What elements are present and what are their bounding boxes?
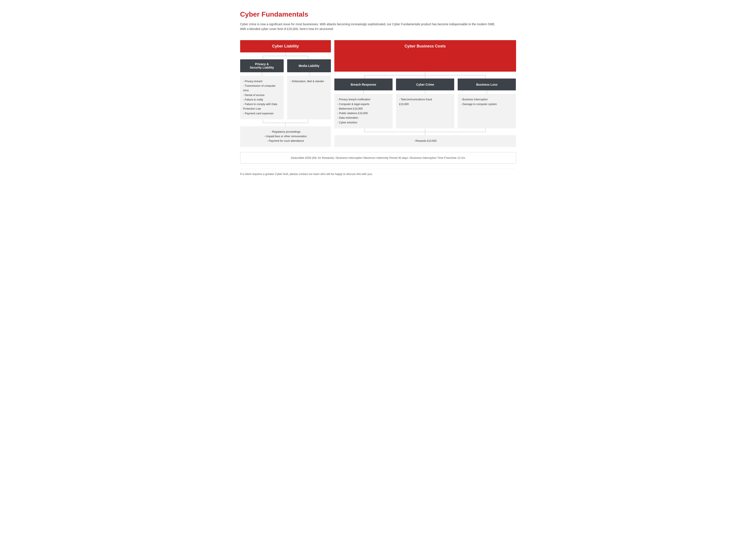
list-item: - Business Interruption (461, 97, 513, 102)
business-down-r3 (485, 75, 486, 78)
main-diagram: Cyber Liability Privacy & Security Liabi… (240, 40, 516, 147)
crime-content-box: - Telecommunications fraud £10,000 (396, 94, 454, 128)
b-down-center-r (425, 132, 425, 135)
intro-line-1: Cyber crime is now a significant issue f… (240, 22, 516, 27)
media-content-col: - Defamation, libel & slander (287, 76, 331, 119)
page-title: Cyber Fundamentals (240, 10, 516, 18)
list-item: - Defamation, libel & slander (290, 79, 328, 84)
media-liability-header: Media Liability (287, 59, 331, 72)
business-down-r2 (425, 75, 425, 78)
business-down-r1 (364, 75, 365, 78)
list-item: - Betterment £10,000 (338, 106, 390, 111)
intro-text: Cyber crime is now a significant issue f… (240, 22, 516, 32)
bottom-box-right: - Rewards £10,000 (334, 135, 516, 147)
deductible-text: Deductible £500 (NIL for Rewards) / Busi… (291, 156, 465, 159)
breach-response-header: Breach Response (334, 78, 392, 90)
cyber-business-header: Cyber Business Costs (334, 40, 516, 71)
privacy-content-col: - Privacy breach- Transmission of comput… (240, 76, 284, 119)
list-item: - Damage to computer system (461, 102, 513, 106)
business-v-line (487, 90, 487, 94)
business-content-box: - Business Interruption- Damage to compu… (458, 94, 516, 128)
bottom-list-item: - Rewards £10,000 (338, 139, 513, 143)
crime-v-line (425, 90, 425, 94)
sub-connectors-right (334, 90, 516, 94)
list-item: - Public relations £10,000 (338, 111, 390, 116)
list-item: - Payment card expenses (243, 111, 281, 116)
liability-sub-headers: Privacy & Security Liability Media Liabi… (240, 59, 331, 72)
branch-down-l (263, 56, 263, 59)
bottom-connector-left (240, 119, 331, 126)
list-item: - Failure to comply with Data Protection… (243, 102, 281, 111)
breach-content-col: - Privacy breach notification- Computer … (334, 94, 392, 128)
b-line-r2 (425, 128, 425, 132)
business-connector (334, 71, 516, 78)
business-loss-column: Business Loss (458, 78, 516, 90)
business-content-col: - Business Interruption- Damage to compu… (458, 94, 516, 128)
bottom-connector-right (334, 128, 516, 135)
privacy-content-box: - Privacy breach- Transmission of comput… (240, 76, 284, 119)
list-item: - Denial of access (243, 93, 281, 98)
b-line-r1 (364, 128, 365, 132)
crime-v-conn (396, 90, 454, 94)
footer-note: If a client requires a greater Cyber lim… (240, 169, 516, 176)
sub-connectors-left (240, 72, 331, 76)
list-item: - Failure to notify (243, 98, 281, 102)
cyber-business-column: Cyber Business Costs Breach Response (334, 40, 516, 147)
breach-content-box: - Privacy breach notification- Computer … (334, 94, 392, 128)
bottom-list-item: - Unpaid fees or other remuneration (243, 134, 328, 139)
media-content-box: - Defamation, libel & slander (287, 76, 331, 119)
business-branch-line (425, 71, 425, 75)
cyber-liability-column: Cyber Liability Privacy & Security Liabi… (240, 40, 331, 147)
bottom-list-item: - Regulatory proceedings (243, 130, 328, 134)
liability-content: - Privacy breach- Transmission of comput… (240, 76, 331, 119)
business-v-conn (458, 90, 516, 94)
privacy-security-header: Privacy & Security Liability (240, 59, 284, 72)
media-column: Media Liability (287, 59, 331, 72)
business-loss-header: Business Loss (458, 78, 516, 90)
privacy-v-line (262, 72, 262, 76)
business-content: - Privacy breach notification- Computer … (334, 94, 516, 128)
media-v-conn (287, 72, 331, 76)
b-line-ul (263, 119, 263, 123)
b-line-r3 (485, 128, 486, 132)
list-item: - Privacy breach notification (338, 97, 390, 102)
cyber-crime-header: Cyber Crime (396, 78, 454, 90)
cyber-liability-header: Cyber Liability (240, 40, 331, 52)
list-item: £10,000 (399, 102, 451, 106)
footer-text: If a client requires a greater Cyber lim… (240, 172, 373, 176)
list-item: - Cyber extortion (338, 120, 390, 125)
intro-line-2: With a blended cyber cover limit of £25,… (240, 27, 516, 31)
list-item: - Computer & legal experts (338, 102, 390, 106)
bottom-box-left: - Regulatory proceedings- Unpaid fees or… (240, 126, 331, 147)
bottom-list-item: - Payment for court attendance (243, 139, 328, 143)
deductible-box: Deductible £500 (NIL for Rewards) / Busi… (240, 152, 516, 163)
crime-content-col: - Telecommunications fraud £10,000 (396, 94, 454, 128)
privacy-column: Privacy & Security Liability (240, 59, 284, 72)
top-row: Cyber Liability Privacy & Security Liabi… (240, 40, 516, 147)
list-item: - Privacy breach (243, 79, 281, 84)
privacy-v-conn (240, 72, 284, 76)
list-item: - Telecommunications fraud (399, 97, 451, 102)
list-item: - Transmission of computer virus (243, 84, 281, 93)
breach-column: Breach Response (334, 78, 392, 90)
crime-column: Cyber Crime (396, 78, 454, 90)
business-sub-headers: Breach Response Cyber Crime Business Los… (334, 78, 516, 90)
breach-v-conn (334, 90, 392, 94)
list-item: - Data restoration (338, 116, 390, 120)
liability-connector (240, 52, 331, 59)
